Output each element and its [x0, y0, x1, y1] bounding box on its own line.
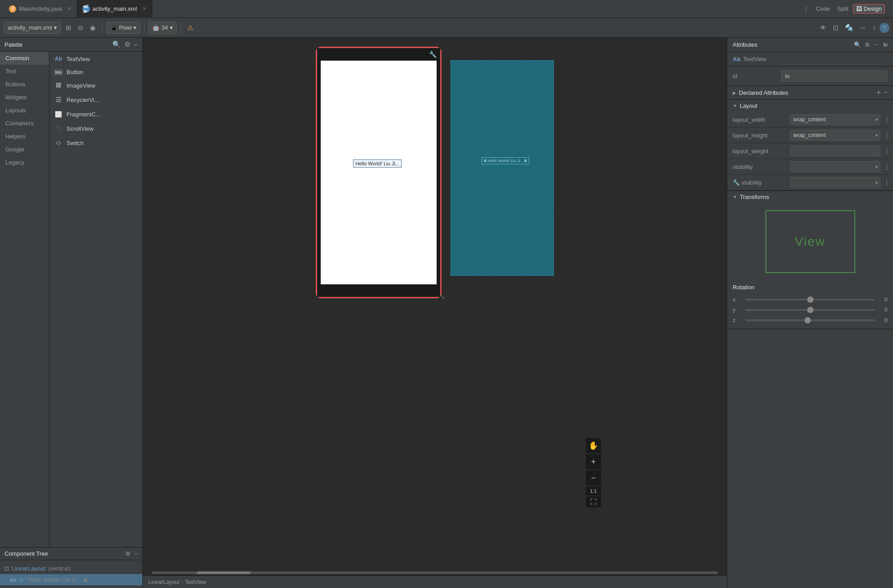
eye-icon[interactable]: ◉ — [87, 22, 98, 34]
palette-category-text[interactable]: Text — [0, 65, 49, 78]
declared-attributes-section: ▶ Declared Attributes + − — [727, 86, 893, 100]
palette-search-icon[interactable]: 🔍 — [112, 40, 121, 49]
palette-category-common[interactable]: Common — [0, 52, 49, 65]
file-dropdown[interactable]: activity_main.xml ▾ — [4, 22, 61, 34]
declared-remove-btn[interactable]: − — [884, 88, 888, 97]
layout-width-select[interactable]: wrap_content match_parent 0dp — [790, 114, 880, 125]
breadcrumb-textview[interactable]: TextView — [185, 579, 206, 585]
palette-item-imageview[interactable]: 🖼 ImageView — [49, 78, 142, 93]
layout-width-pin[interactable]: | — [886, 116, 888, 123]
rotation-y-label: y — [733, 306, 742, 313]
bottom-scrollbar[interactable] — [143, 570, 727, 575]
attr-id-input[interactable] — [781, 70, 888, 82]
declared-toggle-icon: ▶ — [733, 90, 736, 95]
palette-item-textview-label: TextView — [66, 56, 90, 62]
wrench-icon[interactable]: 🔧 — [429, 51, 437, 58]
canvas-content[interactable]: 🔧 Hello World! Liu Ji... ⤡ Hello World! … — [143, 38, 727, 570]
layout-height-select[interactable]: wrap_content match_parent 0dp — [790, 130, 880, 141]
rotation-y-slider[interactable] — [745, 309, 875, 311]
tree-item-linearlayout[interactable]: ⊡ LinearLayout (vertical) — [0, 563, 142, 574]
palette-category-google[interactable]: Google — [0, 143, 49, 156]
palette-item-recyclerview[interactable]: ☰ RecyclerVi... — [49, 93, 142, 107]
palette-item-scrollview[interactable]: ⬛ ScrollView — [49, 121, 142, 136]
attr-row-visibility: visibility visible invisible gone ▾ | — [727, 159, 893, 175]
palette-category-containers[interactable]: Containers — [0, 117, 49, 130]
rotation-x-slider[interactable] — [745, 299, 875, 301]
warning-icon[interactable]: ⚠ — [185, 22, 196, 34]
rotation-x-thumb[interactable] — [807, 296, 813, 303]
zoom-out-btn[interactable]: − — [586, 470, 601, 486]
help-icon[interactable]: ? — [880, 23, 889, 33]
palette-settings-icon[interactable]: ⚙ — [124, 40, 130, 49]
layout-height-pin[interactable]: | — [886, 132, 888, 139]
component-tree-close-icon[interactable]: − — [134, 550, 138, 557]
main-layout: Palette 🔍 ⚙ − Common Text Buttons Widget… — [0, 38, 893, 588]
palette-item-textview[interactable]: Ab TextView — [49, 52, 142, 66]
layout-width-label: layout_width — [733, 116, 787, 123]
zoom-in-btn[interactable]: + — [586, 454, 601, 469]
textview-icon: Ab — [54, 54, 63, 63]
scrollbar-thumb[interactable] — [197, 571, 251, 574]
rotation-section: Rotation x 0 y 0 z — [727, 280, 893, 329]
layers-icon[interactable]: ⊞ — [63, 22, 74, 34]
code-view-btn[interactable]: Code — [813, 4, 833, 13]
zoom-expand-btn[interactable]: ⛶ — [586, 496, 601, 507]
tab-xml-close[interactable]: ✕ — [142, 6, 146, 12]
no-render-icon[interactable]: ⊝ — [75, 22, 86, 34]
align-icon[interactable]: ↔ — [857, 22, 869, 33]
recyclerview-icon: ☰ — [54, 95, 63, 104]
visibility-pin[interactable]: | — [886, 163, 888, 170]
palette-item-fragmentcontainer[interactable]: ⬜ FragmentC... — [49, 107, 142, 121]
layout-icon[interactable]: ⊡ — [830, 22, 841, 34]
layout-section-header[interactable]: ▼ Layout — [727, 100, 893, 112]
visibility-tool-select[interactable]: visible invisible gone — [790, 177, 880, 188]
visibility-select[interactable]: visible invisible gone — [790, 161, 880, 172]
palette-category-widgets[interactable]: Widgets — [0, 91, 49, 104]
magnet-icon[interactable]: 🔩 — [842, 22, 856, 34]
palette-category-legacy[interactable]: Legacy — [0, 156, 49, 169]
blueprint-view-container: Hello World! Liu Ji... — [451, 51, 554, 276]
more-menu[interactable]: ⋮ — [799, 5, 813, 12]
eye-toolbar-icon[interactable]: 👁 — [817, 22, 829, 33]
attr-search-icon[interactable]: 🔍 — [854, 41, 861, 48]
rotation-z-slider[interactable] — [745, 319, 875, 321]
rotation-y-thumb[interactable] — [807, 307, 813, 313]
rotation-z-thumb[interactable] — [805, 317, 811, 323]
layout-weight-input[interactable] — [790, 146, 880, 156]
component-tree-settings-icon[interactable]: ⚙ — [125, 550, 131, 557]
breadcrumb-sep: › — [181, 579, 183, 585]
attributes-title: Attributes — [733, 41, 850, 48]
api-dropdown[interactable]: 🤖 34 ▾ — [148, 22, 177, 34]
split-view-btn[interactable]: Split — [835, 4, 851, 13]
phone-screen[interactable]: Hello World! Liu Ji... — [321, 61, 437, 284]
layout-weight-pin[interactable]: | — [886, 147, 888, 155]
attr-close-icon[interactable]: − — [874, 41, 877, 48]
transforms-section-header[interactable]: ▼ Transforms — [727, 191, 893, 203]
visibility-tool-pin[interactable]: | — [886, 179, 888, 186]
tree-item-textview[interactable]: Ab tv "Hello World! Liu Ji... ⚠ — [0, 574, 142, 585]
textview-tree-prefix: Ab — [10, 577, 17, 583]
palette-category-buttons[interactable]: Buttons — [0, 78, 49, 91]
api-label: 34 — [161, 24, 168, 31]
tab-xml[interactable]: ≪/≫ activity_main.xml ✕ — [77, 0, 152, 18]
xml-icon: ≪/≫ — [83, 5, 90, 13]
device-dropdown[interactable]: 📱 Pixel ▾ — [106, 22, 141, 34]
attr-settings-icon[interactable]: ⚙ — [865, 41, 870, 48]
tab-java[interactable]: J MainActivity.java ✕ — [4, 0, 77, 18]
tab-xml-label: activity_main.xml — [93, 5, 137, 12]
palette-item-button[interactable]: btn Button — [49, 66, 142, 78]
tab-java-close[interactable]: ✕ — [67, 6, 71, 12]
design-view-btn[interactable]: 🖼 Design — [853, 4, 885, 13]
hand-tool-btn[interactable]: ✋ — [586, 438, 601, 453]
palette-item-switch[interactable]: ⬭ Switch — [49, 136, 142, 150]
button-icon: btn — [54, 69, 63, 75]
palette-category-layouts[interactable]: Layouts — [0, 104, 49, 117]
palette-close-icon[interactable]: − — [134, 41, 138, 49]
declared-attributes-header[interactable]: ▶ Declared Attributes + − — [727, 86, 893, 99]
margin-icon[interactable]: ↕ — [870, 22, 879, 33]
breadcrumb-linearlayout[interactable]: LinearLayout — [148, 579, 179, 585]
zoom-ratio[interactable]: 1:1 — [586, 486, 601, 495]
declared-add-btn[interactable]: + — [876, 88, 880, 97]
resize-handle[interactable]: ⤡ — [439, 292, 445, 301]
palette-category-helpers[interactable]: Helpers — [0, 130, 49, 143]
